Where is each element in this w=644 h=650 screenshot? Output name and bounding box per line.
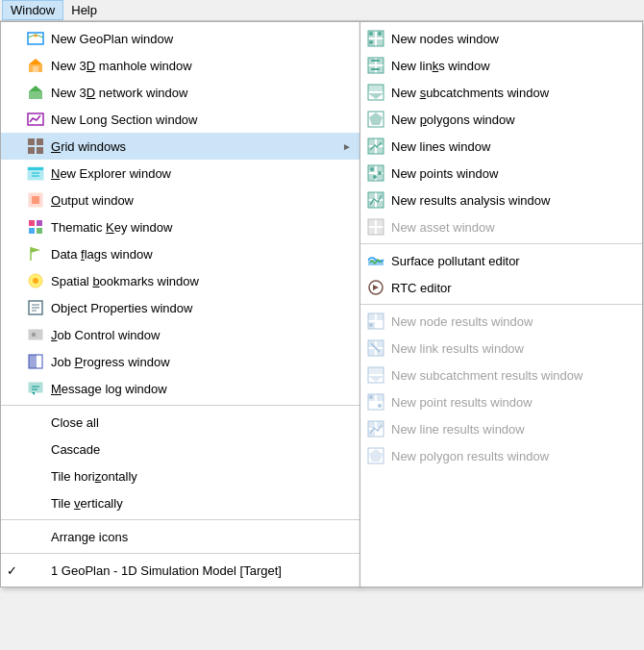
menu-new-geoplan[interactable]: New GeoPlan window: [1, 25, 359, 52]
menu-new-lines[interactable]: New lines window: [360, 133, 642, 160]
svg-point-67: [370, 167, 374, 171]
menu-new-results-analysis[interactable]: New results analysis window: [360, 187, 642, 213]
menu-new-3d-network[interactable]: New 3D network window: [1, 79, 359, 106]
menu-arrange-icons[interactable]: Arrange icons: [1, 523, 359, 550]
menu-new-subcatchment-results[interactable]: New subcatchment results window: [360, 362, 642, 388]
cascade-icon: [26, 439, 45, 459]
menu-new-polygon-results[interactable]: New polygon results window: [360, 442, 642, 469]
menu-tile-horizontally[interactable]: Tile horizontally: [1, 462, 359, 489]
svg-rect-19: [29, 228, 35, 234]
menu-new-link-results[interactable]: New link results window: [360, 335, 642, 362]
menu-new-3d-manhole[interactable]: New 3D manhole window: [1, 52, 359, 79]
polygon-results-icon: [366, 446, 385, 465]
menu-bar: Window Help New GeoPlan window: [0, 0, 644, 21]
job-progress-icon: [26, 352, 45, 371]
svg-rect-61: [377, 147, 384, 154]
point-results-icon: [366, 392, 385, 412]
svg-rect-20: [37, 228, 42, 234]
window-menu-item[interactable]: Window: [2, 0, 63, 20]
menu-job-control[interactable]: Job Control window: [1, 321, 359, 348]
menu-job-progress[interactable]: Job Progress window: [1, 348, 359, 375]
polygons-grid-icon: [366, 110, 385, 129]
menu-message-log[interactable]: Message log window: [1, 375, 359, 402]
svg-rect-13: [28, 167, 43, 170]
svg-point-68: [378, 171, 382, 175]
right-dropdown: New nodes window New links window: [359, 21, 643, 588]
svg-marker-22: [31, 247, 40, 253]
job-control-icon: [26, 325, 45, 344]
submenu-arrow: ►: [342, 141, 352, 152]
svg-rect-84: [377, 313, 384, 320]
svg-rect-41: [377, 39, 384, 46]
menu-rtc-editor[interactable]: RTC editor: [360, 274, 642, 301]
svg-point-99: [369, 395, 373, 399]
tile-v-icon: [26, 493, 45, 512]
svg-rect-11: [37, 147, 43, 154]
flags-icon: [26, 244, 45, 263]
menu-new-asset[interactable]: New asset window: [360, 213, 642, 240]
menu-new-links[interactable]: New links window: [360, 52, 642, 79]
menu-new-line-results[interactable]: New line results window: [360, 415, 642, 442]
svg-marker-6: [29, 86, 42, 91]
svg-rect-32: [29, 355, 37, 368]
geoplan-icon: [26, 29, 45, 48]
divider-1: [1, 405, 359, 406]
line-results-icon: [366, 419, 385, 438]
menu-new-point-results[interactable]: New point results window: [360, 388, 642, 415]
help-menu-item[interactable]: Help: [63, 1, 105, 19]
menu-surface-pollutant[interactable]: Surface pollutant editor: [360, 247, 642, 274]
svg-point-44: [369, 40, 373, 44]
svg-rect-30: [32, 333, 36, 337]
menu-new-polygons[interactable]: New polygons window: [360, 106, 642, 133]
menu-new-points[interactable]: New points window: [360, 160, 642, 187]
results-analysis-icon: [366, 190, 385, 210]
link-results-icon: [366, 338, 385, 358]
svg-rect-58: [368, 138, 375, 145]
bookmarks-icon: [26, 271, 45, 290]
geoplan-model-icon: [26, 561, 45, 580]
svg-rect-79: [377, 228, 384, 235]
svg-point-86: [369, 323, 373, 327]
menu-close-all[interactable]: Close all: [1, 409, 359, 436]
menu-new-nodes[interactable]: New nodes window: [360, 25, 642, 52]
surface-pollutant-icon: [366, 251, 385, 270]
asset-icon: [366, 217, 385, 237]
svg-rect-18: [37, 220, 42, 226]
output-icon: [26, 190, 45, 210]
grid-icon: [26, 137, 45, 156]
menu-new-subcatchments[interactable]: New subcatchments window: [360, 79, 642, 106]
menu-cascade[interactable]: Cascade: [1, 436, 359, 462]
svg-rect-90: [368, 349, 375, 356]
menu-new-node-results[interactable]: New node results window: [360, 308, 642, 335]
svg-marker-106: [369, 449, 383, 462]
divider-3: [1, 553, 359, 554]
nodes-grid-icon: [366, 29, 385, 48]
svg-rect-8: [28, 138, 35, 145]
svg-point-24: [33, 278, 38, 284]
svg-rect-4: [33, 66, 38, 72]
node-results-icon: [366, 312, 385, 331]
svg-point-42: [369, 32, 373, 36]
menu-tile-vertically[interactable]: Tile vertically: [1, 489, 359, 516]
menu-object-properties[interactable]: Object Properties window: [1, 294, 359, 321]
menu-thematic-key[interactable]: Thematic Key window: [1, 213, 359, 240]
manhole3d-icon: [26, 56, 45, 75]
menu-spatial-bookmarks[interactable]: Spatial bookmarks window: [1, 267, 359, 294]
svg-point-69: [373, 175, 377, 179]
menu-new-long-section[interactable]: New Long Section window: [1, 106, 359, 133]
check-mark: ✓: [7, 563, 22, 578]
svg-rect-98: [377, 394, 384, 401]
menu-grid-windows[interactable]: Grid windows ►: [1, 133, 359, 160]
svg-point-100: [378, 404, 382, 408]
menu-data-flags[interactable]: Data flags window: [1, 240, 359, 267]
explorer-icon: [26, 163, 45, 183]
svg-marker-56: [369, 112, 383, 125]
menu-geoplan-model[interactable]: ✓ 1 GeoPlan - 1D Simulation Model [Targe…: [1, 557, 359, 584]
svg-rect-77: [377, 219, 384, 226]
svg-rect-78: [368, 228, 375, 235]
menu-output-window[interactable]: Output window: [1, 187, 359, 213]
network3d-icon: [26, 83, 45, 102]
svg-rect-10: [28, 147, 35, 154]
menu-new-explorer[interactable]: New Explorer window: [1, 160, 359, 187]
thematic-icon: [26, 217, 45, 237]
